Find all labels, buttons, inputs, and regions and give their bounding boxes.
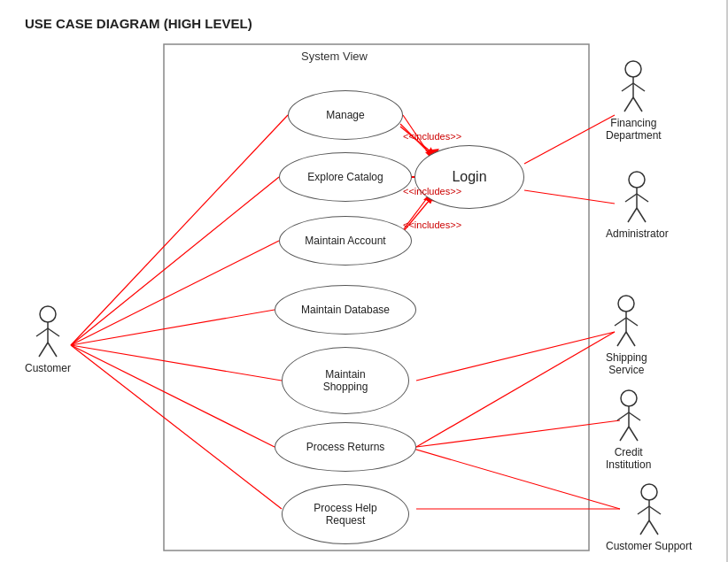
svg-point-48: [618, 296, 634, 312]
svg-line-23: [416, 420, 620, 447]
system-view-label: System View: [301, 50, 368, 63]
shipping-figure: [610, 295, 642, 350]
svg-line-40: [624, 97, 633, 112]
svg-line-51: [626, 318, 638, 326]
page-title: USE CASE DIAGRAM (HIGH LEVEL): [25, 16, 252, 31]
institution-figure: [613, 389, 645, 444]
svg-line-56: [617, 412, 629, 420]
svg-line-7: [71, 345, 282, 509]
svg-line-22: [416, 332, 615, 447]
usecase-login: Login: [414, 145, 524, 209]
svg-line-5: [71, 345, 282, 381]
svg-line-19: [524, 115, 615, 164]
customer-figure: [32, 305, 64, 360]
svg-point-36: [625, 61, 641, 77]
svg-point-54: [621, 390, 637, 406]
svg-line-50: [615, 318, 626, 326]
actor-customer-support: Customer Support: [606, 483, 692, 552]
usecase-manage: Manage: [288, 90, 403, 140]
svg-line-38: [622, 83, 633, 91]
svg-line-65: [649, 520, 658, 535]
svg-line-41: [633, 97, 642, 112]
svg-line-21: [416, 332, 615, 381]
customer-support-figure: [633, 483, 665, 538]
svg-line-3: [71, 241, 279, 345]
usecase-maintain-db: Maintain Database: [275, 285, 416, 335]
usecase-maintain-account: Maintain Account: [279, 216, 412, 266]
svg-line-2: [71, 177, 279, 345]
svg-line-47: [637, 208, 646, 222]
svg-line-33: [48, 328, 59, 336]
actor-customer: Customer: [25, 305, 71, 374]
svg-line-35: [48, 343, 57, 357]
svg-line-20: [524, 190, 615, 204]
includes-label-3: <<includes>>: [403, 219, 461, 230]
svg-line-25: [407, 447, 620, 509]
usecase-process-returns: Process Returns: [275, 422, 416, 472]
svg-point-42: [629, 172, 645, 188]
usecase-explore: Explore Catalog: [279, 152, 412, 202]
svg-line-34: [39, 343, 48, 357]
svg-line-44: [625, 194, 637, 202]
svg-line-4: [71, 310, 275, 345]
financing-figure: [617, 60, 649, 115]
svg-line-63: [649, 506, 661, 514]
svg-line-32: [36, 328, 48, 336]
svg-line-52: [617, 332, 626, 346]
usecase-maintain-shopping: Maintain Shopping: [282, 347, 409, 414]
usecase-process-help: Process Help Request: [282, 484, 409, 544]
svg-line-6: [71, 345, 275, 447]
administrator-figure: [621, 171, 653, 226]
svg-line-39: [633, 83, 645, 91]
svg-line-62: [638, 506, 649, 514]
svg-line-57: [629, 412, 640, 420]
svg-line-58: [620, 427, 629, 441]
actor-shipping: Shipping Service: [606, 295, 647, 376]
svg-line-45: [637, 194, 648, 202]
svg-line-46: [628, 208, 637, 222]
svg-line-53: [626, 332, 635, 346]
svg-point-30: [40, 306, 56, 322]
includes-label-1: <<includes>>: [403, 131, 461, 142]
actor-financing: Financing Department: [606, 60, 662, 142]
actor-institution: Credit Institution: [606, 389, 651, 471]
svg-point-60: [641, 484, 657, 500]
includes-label-2: <<includes>>: [403, 186, 461, 196]
svg-line-59: [629, 427, 638, 441]
actor-administrator: Administrator: [606, 171, 669, 240]
svg-line-64: [640, 520, 649, 535]
svg-line-1: [71, 115, 288, 345]
